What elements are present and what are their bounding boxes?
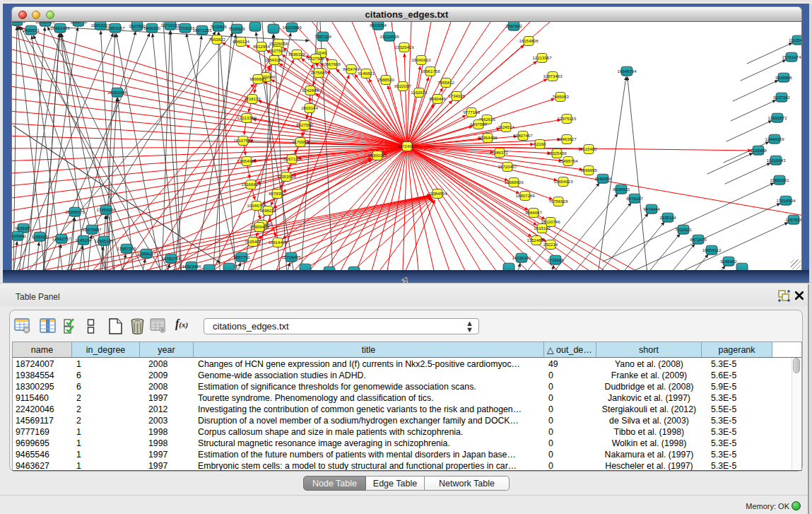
svg-text:17957255: 17957255: [117, 246, 136, 251]
svg-text:1640954: 1640954: [594, 176, 611, 181]
svg-text:9474444: 9474444: [643, 206, 660, 211]
svg-text:9115460: 9115460: [580, 146, 597, 151]
svg-text:7386372: 7386372: [491, 150, 508, 155]
svg-text:10688609: 10688609: [504, 180, 524, 185]
svg-text:19975887: 19975887: [82, 227, 102, 232]
svg-text:9327508: 9327508: [307, 56, 324, 61]
svg-text:8912954: 8912954: [253, 44, 270, 49]
svg-text:16033809: 16033809: [282, 25, 302, 30]
svg-text:1215958: 1215958: [750, 148, 767, 153]
svg-text:19166827: 19166827: [241, 182, 261, 187]
svg-text:15716485: 15716485: [281, 255, 301, 259]
svg-text:7663822: 7663822: [208, 37, 225, 42]
svg-text:13325419: 13325419: [394, 45, 414, 49]
svg-text:12505135: 12505135: [94, 238, 114, 243]
svg-text:9777169: 9777169: [463, 110, 480, 115]
svg-text:9146821: 9146821: [358, 71, 375, 76]
svg-text:62160: 62160: [534, 141, 547, 146]
svg-text:15692901: 15692901: [770, 177, 789, 182]
svg-text:3875685: 3875685: [310, 70, 327, 75]
svg-text:8427552: 8427552: [296, 122, 313, 127]
svg-text:1156829: 1156829: [31, 234, 48, 239]
svg-text:9527506: 9527506: [269, 48, 286, 53]
svg-text:19654923: 19654923: [553, 179, 573, 184]
svg-text:3915941: 3915941: [12, 233, 26, 238]
svg-text:7955812: 7955812: [437, 80, 454, 85]
svg-text:15495794: 15495794: [558, 158, 578, 163]
svg-text:6466160: 6466160: [143, 25, 160, 30]
svg-text:10653267: 10653267: [105, 25, 125, 30]
svg-text:7357224: 7357224: [314, 34, 331, 39]
svg-text:16120746: 16120746: [541, 219, 560, 224]
svg-text:8813054: 8813054: [370, 23, 387, 28]
svg-text:16640910: 16640910: [411, 57, 431, 62]
svg-text:2170063: 2170063: [292, 139, 309, 144]
svg-text:2718176: 2718176: [244, 96, 261, 101]
svg-text:12213967: 12213967: [532, 55, 552, 60]
svg-text:9227342: 9227342: [773, 95, 790, 100]
svg-text:16154808: 16154808: [519, 38, 539, 43]
svg-text:3624514: 3624514: [498, 124, 514, 129]
svg-text:7485063: 7485063: [552, 94, 569, 99]
svg-text:20364436: 20364436: [478, 135, 498, 140]
svg-text:10807467: 10807467: [513, 133, 533, 138]
svg-text:16648784: 16648784: [617, 69, 637, 74]
svg-text:8990448: 8990448: [429, 96, 446, 101]
svg-text:9242848: 9242848: [302, 88, 319, 93]
svg-text:8267130: 8267130: [283, 156, 300, 161]
svg-text:9699695: 9699695: [580, 168, 597, 173]
svg-text:16107554: 16107554: [233, 138, 253, 143]
svg-text:9329966: 9329966: [775, 75, 792, 80]
svg-text:19218506: 19218506: [379, 34, 399, 39]
svg-text:15226058: 15226058: [269, 41, 288, 46]
svg-text:12942757: 12942757: [52, 236, 71, 241]
svg-text:14136141: 14136141: [512, 255, 531, 260]
svg-text:76756928: 76756928: [548, 199, 568, 204]
svg-text:10210643: 10210643: [766, 158, 786, 163]
svg-text:9084067: 9084067: [525, 210, 542, 215]
svg-text:16543382: 16543382: [264, 57, 284, 62]
svg-text:15720407: 15720407: [498, 164, 517, 169]
svg-text:2803144: 2803144: [301, 105, 318, 110]
svg-text:12975115: 12975115: [558, 116, 577, 121]
svg-text:10973493: 10973493: [543, 74, 563, 78]
svg-text:12444159: 12444159: [765, 136, 784, 141]
svg-text:8878352: 8878352: [269, 191, 286, 196]
svg-text:8938923: 8938923: [613, 187, 630, 192]
svg-text:19463627: 19463627: [557, 136, 577, 141]
svg-text:1267534: 1267534: [785, 217, 802, 222]
svg-text:2087682: 2087682: [505, 23, 522, 28]
svg-text:12213369: 12213369: [237, 115, 257, 120]
svg-text:1615112: 1615112: [534, 226, 551, 230]
svg-text:8471676: 8471676: [690, 237, 707, 242]
svg-text:2405571: 2405571: [23, 28, 40, 33]
svg-text:7515526: 7515526: [210, 24, 227, 29]
svg-text:12353594: 12353594: [276, 174, 296, 179]
svg-text:9899683: 9899683: [249, 76, 266, 81]
svg-text:2588520: 2588520: [377, 77, 394, 82]
svg-text:1162615: 1162615: [411, 90, 428, 95]
svg-text:7032621: 7032621: [675, 227, 692, 232]
svg-text:18724007: 18724007: [397, 144, 417, 148]
svg-text:8186328: 8186328: [288, 52, 305, 57]
svg-text:6497568: 6497568: [470, 122, 487, 127]
svg-text:2935114: 2935114: [659, 215, 676, 220]
svg-text:7625402: 7625402: [245, 239, 261, 244]
svg-text:16914479: 16914479: [268, 240, 288, 245]
svg-text:20691406: 20691406: [50, 25, 70, 30]
svg-text:9245652: 9245652: [720, 259, 737, 264]
svg-text:11125419: 11125419: [789, 37, 802, 42]
svg-text:6734028: 6734028: [448, 93, 465, 98]
svg-text:10958137: 10958137: [136, 251, 156, 256]
svg-text:9435061: 9435061: [15, 226, 32, 230]
svg-text:7515526: 7515526: [228, 26, 245, 31]
svg-text:1145194: 1145194: [75, 238, 92, 243]
svg-text:19654985: 19654985: [237, 158, 257, 163]
svg-text:12923446: 12923446: [182, 264, 201, 269]
svg-text:9857791: 9857791: [233, 255, 250, 259]
svg-text:15751074: 15751074: [782, 54, 801, 59]
svg-text:10654112: 10654112: [702, 247, 722, 252]
svg-text:252214: 252214: [543, 242, 558, 247]
svg-text:1733426: 1733426: [547, 257, 564, 262]
svg-text:8860124: 8860124: [233, 39, 249, 44]
